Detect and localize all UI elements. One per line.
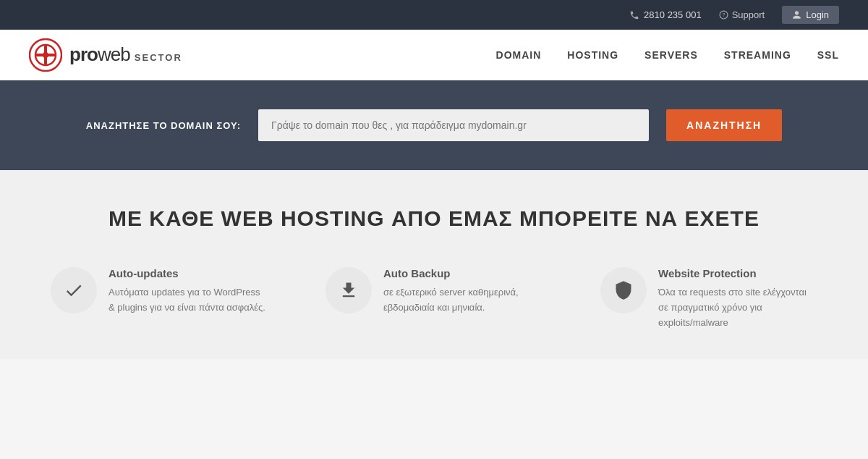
checkmark-icon	[64, 280, 84, 300]
phone-text: 2810 235 001	[644, 9, 702, 20]
user-icon	[792, 10, 801, 20]
auto-backup-description: σε εξωτερικό server καθημερινά, εβδομαδι…	[383, 285, 542, 316]
question-icon: ?	[719, 10, 728, 20]
feature-website-protection: Website Protection Όλα τα requests στο s…	[600, 267, 817, 330]
logo[interactable]: proweb SECTOR	[29, 38, 182, 72]
search-label: ΑΝΑΖΗΤΗΣΕ ΤΟ DOMAIN ΣΟΥ:	[86, 120, 241, 131]
nav-hosting[interactable]: HOSTING	[567, 49, 618, 61]
domain-search-input[interactable]	[258, 109, 649, 141]
nav-domain[interactable]: DOMAIN	[496, 49, 542, 61]
shield-icon	[613, 280, 634, 300]
feature-auto-updates: Auto-updates Αυτόματα updates για το Wor…	[51, 267, 268, 330]
phone-icon	[629, 10, 639, 20]
login-button[interactable]: Login	[782, 6, 839, 24]
feature-auto-backup: Auto Backup σε εξωτερικό server καθημερι…	[326, 267, 542, 330]
features-title: ΜΕ ΚΑΘΕ WEB HOSTING ΑΠΟ ΕΜΑΣ ΜΠΟΡΕΙΤΕ ΝΑ…	[29, 206, 839, 231]
login-label: Login	[806, 9, 829, 20]
website-protection-description: Όλα τα requests στο site ελέγχονται σε π…	[658, 285, 817, 330]
download-icon	[339, 280, 359, 300]
main-header: proweb SECTOR DOMAIN HOSTING SERVERS STR…	[0, 30, 868, 80]
website-protection-icon-wrap	[600, 267, 647, 313]
logo-text: proweb SECTOR	[69, 43, 182, 66]
svg-point-6	[43, 52, 48, 58]
top-bar: 2810 235 001 ? Support Login	[0, 0, 868, 30]
nav-streaming[interactable]: STREAMING	[724, 49, 791, 61]
logo-icon	[29, 38, 62, 72]
phone-number: 2810 235 001	[629, 9, 702, 20]
website-protection-title: Website Protection	[658, 267, 817, 279]
website-protection-content: Website Protection Όλα τα requests στο s…	[658, 267, 817, 330]
support-label: Support	[732, 9, 765, 20]
auto-updates-title: Auto-updates	[109, 267, 268, 279]
svg-text:?: ?	[722, 12, 725, 17]
auto-updates-description: Αυτόματα updates για το WordPress & plug…	[109, 285, 268, 316]
auto-updates-icon-wrap	[51, 267, 97, 313]
main-nav: DOMAIN HOSTING SERVERS STREAMING SSL	[496, 49, 839, 61]
auto-backup-icon-wrap	[326, 267, 372, 313]
hero-section: ΑΝΑΖΗΤΗΣΕ ΤΟ DOMAIN ΣΟΥ: ΑΝΑΖΗΤΗΣΗ	[0, 80, 868, 170]
support-link[interactable]: ? Support	[719, 9, 765, 20]
auto-backup-content: Auto Backup σε εξωτερικό server καθημερι…	[383, 267, 542, 316]
auto-updates-content: Auto-updates Αυτόματα updates για το Wor…	[109, 267, 268, 316]
features-grid: Auto-updates Αυτόματα updates για το Wor…	[29, 267, 839, 330]
auto-backup-title: Auto Backup	[383, 267, 542, 279]
search-button[interactable]: ΑΝΑΖΗΤΗΣΗ	[666, 109, 782, 141]
nav-servers[interactable]: SERVERS	[644, 49, 698, 61]
nav-ssl[interactable]: SSL	[817, 49, 839, 61]
features-section: ΜΕ ΚΑΘΕ WEB HOSTING ΑΠΟ ΕΜΑΣ ΜΠΟΡΕΙΤΕ ΝΑ…	[0, 170, 868, 359]
